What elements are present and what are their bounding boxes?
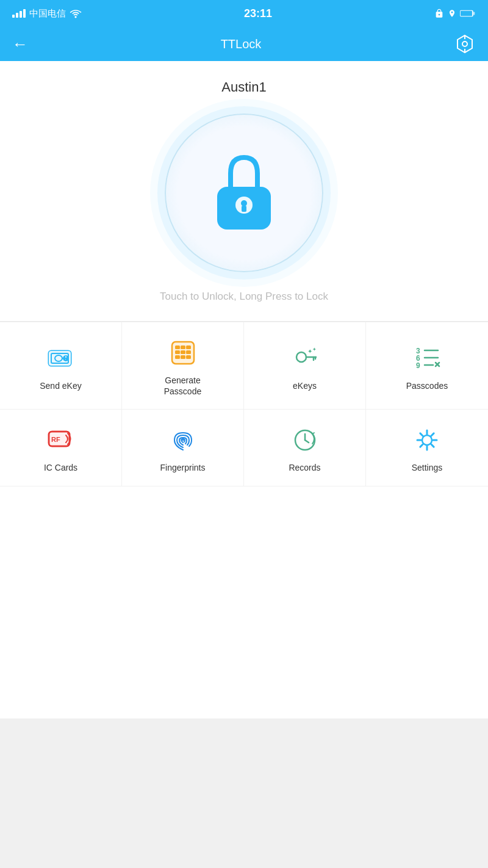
location-icon <box>448 9 456 18</box>
lock-area: Austin1 Touch to Unlock, Long Press to L… <box>0 61 488 322</box>
svg-line-52 <box>305 440 309 443</box>
menu-item-generate-passcode[interactable]: GeneratePasscode <box>122 322 244 410</box>
lock-name: Austin1 <box>221 79 266 95</box>
svg-rect-30 <box>181 355 185 359</box>
menu-item-settings[interactable]: Settings <box>366 410 488 486</box>
menu-item-ekeys[interactable]: ✦ ✦ eKeys <box>244 322 366 410</box>
svg-rect-24 <box>181 345 185 349</box>
lock-status-icon <box>434 9 444 18</box>
menu-item-passcodes[interactable]: 3 6 9 Passcodes <box>366 322 488 410</box>
passcodes-label: Passcodes <box>406 380 448 391</box>
svg-line-58 <box>420 433 423 436</box>
settings-icon <box>411 424 443 456</box>
svg-rect-10 <box>242 206 246 212</box>
svg-text:RF: RF <box>51 436 60 443</box>
unlock-hint: Touch to Unlock, Long Press to Lock <box>160 291 328 303</box>
svg-line-61 <box>420 444 423 447</box>
menu-item-fingerprints[interactable]: Fingerprints <box>122 410 244 486</box>
ekeys-label: eKeys <box>293 380 317 391</box>
svg-rect-26 <box>175 350 180 354</box>
generate-passcode-icon <box>167 337 199 369</box>
records-label: Records <box>289 462 320 473</box>
svg-text:✦: ✦ <box>312 347 317 352</box>
menu-item-ic-cards[interactable]: RF IC Cards <box>0 410 122 486</box>
svg-point-32 <box>296 352 306 362</box>
wifi-icon <box>70 9 82 18</box>
status-right <box>434 9 476 18</box>
svg-rect-27 <box>181 350 185 354</box>
svg-line-59 <box>431 444 434 447</box>
page-title: TTLock <box>221 37 262 51</box>
svg-point-49 <box>182 439 184 441</box>
send-ekey-icon <box>45 342 77 374</box>
header: ← TTLock <box>0 27 488 61</box>
status-bar: 中国电信 23:11 <box>0 0 488 27</box>
status-time: 23:11 <box>244 7 272 20</box>
menu-item-records[interactable]: Records <box>244 410 366 486</box>
svg-rect-23 <box>175 345 180 349</box>
svg-text:9: 9 <box>416 361 420 370</box>
svg-point-4 <box>462 42 467 46</box>
menu-grid: Send eKey GeneratePasscode ✦ <box>0 322 488 486</box>
svg-rect-2 <box>473 12 475 15</box>
records-icon <box>289 424 321 456</box>
back-button[interactable]: ← <box>12 35 28 54</box>
ic-cards-icon: RF <box>45 424 77 456</box>
status-left: 中国电信 <box>12 8 82 20</box>
lock-icon <box>207 150 281 236</box>
svg-rect-29 <box>175 355 180 359</box>
generate-passcode-label: GeneratePasscode <box>164 375 201 397</box>
svg-text:✦: ✦ <box>307 348 312 355</box>
lock-button[interactable] <box>165 114 323 272</box>
ic-cards-label: IC Cards <box>44 462 77 473</box>
svg-rect-31 <box>186 355 191 359</box>
svg-rect-25 <box>186 345 191 349</box>
menu-item-send-ekey[interactable]: Send eKey <box>0 322 122 410</box>
svg-point-53 <box>422 435 432 445</box>
svg-rect-28 <box>186 350 191 354</box>
svg-point-9 <box>241 200 247 206</box>
hex-settings-button[interactable] <box>454 33 476 55</box>
svg-rect-1 <box>461 11 472 16</box>
passcodes-icon: 3 6 9 <box>411 342 443 374</box>
signal-icon <box>12 9 26 18</box>
ekeys-icon: ✦ ✦ <box>289 342 321 374</box>
fingerprints-icon <box>167 424 199 456</box>
svg-line-60 <box>431 433 434 436</box>
settings-label: Settings <box>412 462 443 473</box>
battery-icon <box>460 9 476 18</box>
fingerprints-label: Fingerprints <box>160 462 206 473</box>
send-ekey-label: Send eKey <box>40 380 82 391</box>
bottom-area <box>0 486 488 718</box>
carrier-label: 中国电信 <box>29 8 66 20</box>
